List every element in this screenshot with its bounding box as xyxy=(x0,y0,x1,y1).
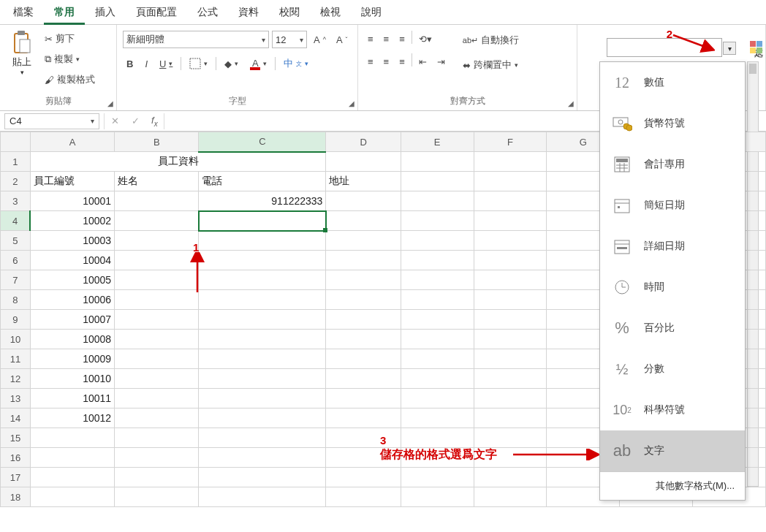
cell[interactable] xyxy=(326,191,401,211)
tab-review[interactable]: 校閱 xyxy=(269,0,310,25)
cell[interactable] xyxy=(401,172,474,191)
row-header[interactable]: 12 xyxy=(1,369,31,389)
cell[interactable] xyxy=(474,270,547,290)
tab-home[interactable]: 常用 xyxy=(44,0,85,25)
cell[interactable]: 10009 xyxy=(30,349,114,369)
cell[interactable] xyxy=(401,487,474,507)
fmt-item-number[interactable]: 12 數值 xyxy=(600,62,745,103)
fmt-item-accounting[interactable]: 會計專用 xyxy=(600,144,745,185)
cell[interactable] xyxy=(199,290,326,310)
row-header[interactable]: 6 xyxy=(1,251,31,270)
cell[interactable] xyxy=(401,369,474,389)
cell[interactable] xyxy=(326,428,401,448)
cell[interactable] xyxy=(199,349,326,369)
row-header[interactable]: 15 xyxy=(1,428,31,448)
cell[interactable] xyxy=(474,389,547,408)
row-header[interactable]: 2 xyxy=(1,172,31,191)
cell[interactable] xyxy=(199,251,326,270)
cell[interactable] xyxy=(474,152,547,172)
cell[interactable] xyxy=(474,369,547,389)
phonetic-guide-button[interactable]: 中文▾ xyxy=(280,54,312,73)
bold-button[interactable]: B xyxy=(123,56,137,72)
cell[interactable] xyxy=(401,270,474,290)
cell[interactable]: 10005 xyxy=(30,270,114,290)
cell[interactable] xyxy=(199,231,326,251)
cell[interactable] xyxy=(199,389,326,408)
align-center-button[interactable]: ≡ xyxy=(380,53,393,70)
cut-button[interactable]: ✂ 剪下 xyxy=(41,29,99,48)
cell[interactable] xyxy=(326,231,401,251)
cell[interactable] xyxy=(199,270,326,290)
enter-formula-button[interactable]: ✓ xyxy=(125,115,145,126)
cell[interactable] xyxy=(401,251,474,270)
cell[interactable] xyxy=(326,152,401,172)
row-header[interactable]: 14 xyxy=(1,408,31,428)
cell[interactable] xyxy=(326,389,401,408)
cell[interactable] xyxy=(326,448,401,468)
col-header-D[interactable]: D xyxy=(326,132,401,152)
wrap-text-button[interactable]: ab↵ 自動換行 xyxy=(459,31,523,50)
font-color-button[interactable]: A ▾ xyxy=(246,55,270,73)
select-all-corner[interactable] xyxy=(1,132,31,152)
cell[interactable] xyxy=(474,349,547,369)
cell[interactable] xyxy=(401,290,474,310)
cell[interactable]: 10008 xyxy=(30,330,114,349)
cell[interactable] xyxy=(199,448,326,468)
col-header-E[interactable]: E xyxy=(401,132,474,152)
cell[interactable]: 10007 xyxy=(30,310,114,330)
cell[interactable] xyxy=(115,270,199,290)
cell[interactable]: 10012 xyxy=(30,408,114,428)
cell[interactable] xyxy=(115,191,199,211)
format-painter-button[interactable]: 🖌 複製格式 xyxy=(41,70,99,89)
cell[interactable] xyxy=(401,448,474,468)
cell[interactable] xyxy=(474,172,547,191)
align-right-button[interactable]: ≡ xyxy=(395,53,409,70)
number-format-combo[interactable]: ▾ xyxy=(607,38,722,57)
cell[interactable] xyxy=(115,448,199,468)
number-format-dropdown-button[interactable]: ▾ xyxy=(723,42,736,55)
align-bottom-button[interactable]: ≡ xyxy=(395,31,409,48)
tab-insert[interactable]: 插入 xyxy=(85,0,126,25)
cell[interactable] xyxy=(401,349,474,369)
col-header-A[interactable]: A xyxy=(30,132,114,152)
cell[interactable] xyxy=(115,211,199,231)
cell[interactable] xyxy=(401,310,474,330)
cell[interactable] xyxy=(474,231,547,251)
col-header-B[interactable]: B xyxy=(115,132,199,152)
cell[interactable]: 姓名 xyxy=(115,172,199,191)
tab-page-layout[interactable]: 頁面配置 xyxy=(126,0,187,25)
row-header[interactable]: 17 xyxy=(1,468,31,487)
fmt-item-percent[interactable]: % 百分比 xyxy=(600,308,745,349)
increase-indent-button[interactable]: ⇥ xyxy=(433,53,449,70)
cell[interactable] xyxy=(199,487,326,507)
cell[interactable] xyxy=(474,251,547,270)
cell[interactable] xyxy=(474,468,547,487)
cell[interactable]: 10004 xyxy=(30,251,114,270)
row-header[interactable]: 9 xyxy=(1,310,31,330)
cell[interactable] xyxy=(474,487,547,507)
cell[interactable] xyxy=(326,487,401,507)
cell[interactable] xyxy=(326,408,401,428)
fx-icon[interactable]: fx xyxy=(145,115,164,128)
row-header[interactable]: 18 xyxy=(1,487,31,507)
cell[interactable] xyxy=(115,251,199,270)
cell[interactable] xyxy=(474,330,547,349)
cell[interactable] xyxy=(326,468,401,487)
cell[interactable] xyxy=(115,408,199,428)
row-header[interactable]: 10 xyxy=(1,330,31,349)
font-dialog-launcher[interactable]: ◢ xyxy=(349,99,354,107)
row-header[interactable]: 16 xyxy=(1,448,31,468)
cell[interactable] xyxy=(199,369,326,389)
cell[interactable] xyxy=(401,408,474,428)
align-top-button[interactable]: ≡ xyxy=(364,31,377,48)
cell[interactable] xyxy=(115,330,199,349)
cell[interactable] xyxy=(199,428,326,448)
cell[interactable] xyxy=(474,448,547,468)
cell[interactable] xyxy=(474,191,547,211)
tab-view[interactable]: 檢視 xyxy=(310,0,351,25)
cell[interactable] xyxy=(401,231,474,251)
cell[interactable] xyxy=(115,310,199,330)
align-left-button[interactable]: ≡ xyxy=(364,53,377,70)
cell[interactable] xyxy=(401,428,474,448)
cell[interactable]: 10002 xyxy=(30,211,114,231)
